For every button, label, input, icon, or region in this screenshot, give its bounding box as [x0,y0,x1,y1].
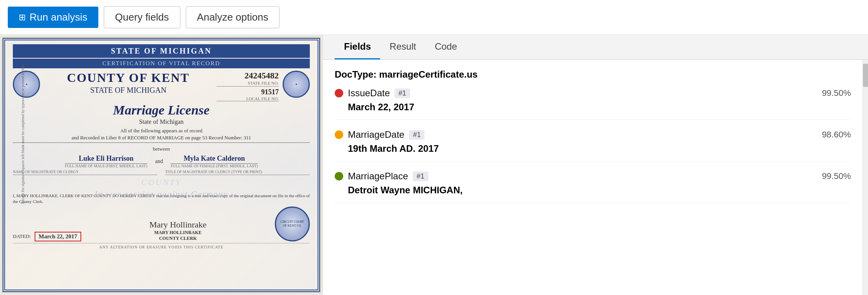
field-item-marriageplace: MarriagePlace #1 99.50% Detroit Wayne MI… [335,171,851,203]
cert-left-ornament: ✦ [13,71,40,98]
cert-dated-label: DATED: [13,233,31,239]
cert-war-text: In war service against Germany [13,189,310,197]
run-icon: ⊞ [19,12,26,23]
tab-fields[interactable]: Fields [335,35,380,59]
cert-state-name: STATE OF MICHIGAN [44,86,213,95]
cert-date-value: March 22, 2017 [35,232,81,241]
doctype-value: marriageCertificate.us [379,69,477,80]
cert-watermark: COUNTY [13,177,310,187]
cert-subtitle: State of Michigan [13,118,310,125]
cert-sig-title2: COUNTY CLERK [149,236,206,241]
marriagedate-confidence: 98.60% [822,130,851,140]
issuedate-badge: #1 [395,88,410,98]
cert-round-seal: CIRCUIT COURT OF KENT CO. [275,206,310,241]
cert-groom-label: FULL NAME OF MALE (FIRST, MIDDLE, LAST) [65,164,147,168]
cert-header: STATE OF MICHIGAN [13,44,310,58]
run-analysis-label: Run analysis [30,11,87,23]
doctype-row: DocType: marriageCertificate.us [335,69,851,80]
marriageplace-dot [335,172,343,180]
cert-parties: Luke Eli Harrison FULL NAME OF MALE (FIR… [13,154,310,168]
cert-magistrate-area: NAME OF MAGISTRATE OR CLERGY TITLE OF MA… [13,170,310,175]
doctype-label: DocType: [335,69,377,80]
cert-signature-right: Mary Hollinrake MARY HOLLINRAKE COUNTY C… [149,220,206,241]
issuedate-dot [335,89,343,97]
cert-sig-name: Mary Hollinrake [149,220,206,230]
issuedate-name: IssueDate [348,88,390,99]
cert-sig-title1: MARY HOLLINRAKE [149,230,206,236]
cert-file-no: 24245482 [217,71,279,81]
cert-footer: ANY ALTERATION OR ERASURE VOIDS THIS CER… [13,243,310,249]
issuedate-confidence: 99.50% [822,88,851,98]
main-area: 👁 ⌄ Except for signature, spaces left bl… [0,35,868,295]
analyze-options-button[interactable]: Analyze options [186,6,280,28]
toolbar: ⊞ Run analysis Query fields Analyze opti… [0,0,868,35]
query-fields-label: Query fields [115,11,169,23]
tab-code[interactable]: Code [425,35,466,59]
marriageplace-badge: #1 [413,172,428,181]
image-panel: 👁 ⌄ Except for signature, spaces left bl… [0,35,323,295]
cert-between: between [13,146,310,152]
marriagedate-name: MarriageDate [348,129,404,140]
cert-signatures: DATED: March 22, 2017 Mary Hollinrake MA… [13,206,310,241]
marriagedate-badge: #1 [409,130,424,140]
field-item-issuedate: IssueDate #1 99.50% March 22, 2017 [335,88,851,120]
cert-subheader: CERTIFICATION OF VITAL RECORD [13,59,310,68]
analyze-options-label: Analyze options [197,11,269,23]
fields-content: DocType: marriageCertificate.us IssueDat… [323,60,863,295]
cert-local-file-no: 91517 [217,88,279,96]
marriageplace-value: Detroit Wayne MICHIGAN, [335,185,851,196]
cert-recorded-line: and Recorded in Liber 8 of RECORD OF MAR… [13,135,310,143]
issuedate-value: March 22, 2017 [335,102,851,113]
certificate-image: Except for signature, spaces left blank … [2,37,321,293]
cert-date-area: DATED: March 22, 2017 [13,232,81,241]
run-analysis-button[interactable]: ⊞ Run analysis [8,7,98,28]
cert-file-label: STATE FILE NO. [217,81,279,87]
cert-local-file-label: LOCAL FILE NO. [217,96,279,101]
tabs-row: Fields Result Code [323,35,868,60]
marriagedate-dot [335,130,343,139]
cert-bride-label: FULL NAME OF FEMALE (FIRST, MIDDLE, LAST… [171,164,258,168]
cert-groom-name: Luke Eli Harrison [65,154,147,164]
cert-magistrate-title: TITLE OF MAGISTRATE OR CLERGY (TYPE OR P… [165,170,310,175]
cert-title: Marriage License [13,103,310,118]
cert-bride-name: Myla Kate Calderon [171,154,258,164]
scrollbar[interactable] [863,60,868,295]
cert-body1: All of the following appears as of recor… [13,128,310,134]
right-panel: Fields Result Code DocType: marriageCert… [323,35,868,295]
cert-right-ornament: ✦ [283,71,310,98]
marriageplace-confidence: 99.50% [822,171,851,181]
marriageplace-name: MarriagePlace [348,171,408,182]
tab-result[interactable]: Result [380,35,425,59]
marriagedate-value: 19th March AD. 2017 [335,143,851,154]
field-item-marriagedate: MarriageDate #1 98.60% 19th March AD. 20… [335,129,851,161]
cert-county: COUNTY OF KENT [44,71,213,85]
cert-and: and [155,158,163,165]
cert-magistrate-name: NAME OF MAGISTRATE OR CLERGY [13,170,157,175]
query-fields-button[interactable]: Query fields [104,6,180,28]
